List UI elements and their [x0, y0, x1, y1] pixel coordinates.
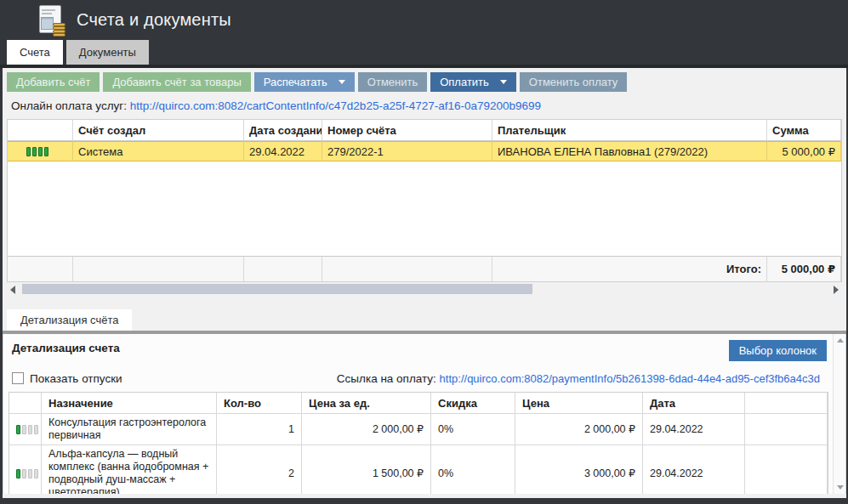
details-panel-title: Детализация счета — [12, 342, 120, 354]
payment-info-link[interactable]: http://quirco.com:8082/paymentInfo/5b261… — [440, 372, 820, 385]
tab-documents[interactable]: Документы — [66, 40, 149, 65]
column-header-amount[interactable]: Сумма — [767, 120, 841, 141]
column-header-extra[interactable] — [745, 393, 828, 414]
cell-date: 29.04.2022 — [643, 414, 745, 445]
cell-date: 29.04.2022 — [643, 445, 745, 494]
details-subrow: Показать отпуски Ссылка на оплату: http:… — [12, 370, 820, 387]
cell-payer: ИВАНОВА ЕЛЕНА Павловна1 (279/2022) — [492, 141, 767, 161]
scroll-right-icon[interactable] — [834, 286, 839, 294]
button-label: Оплатить — [440, 76, 489, 88]
total-label: Итого: — [492, 256, 767, 281]
show-vacations-label: Показать отпуски — [30, 372, 122, 385]
cart-content-link[interactable]: http://quirco.com:8082/cartContentInfo/c… — [130, 99, 541, 112]
cell-number: 279/2022-1 — [322, 141, 492, 161]
button-label: Распечатать — [264, 76, 327, 88]
add-goods-invoice-button[interactable]: Добавить счёт за товары — [103, 72, 250, 92]
column-header-creator[interactable]: Счёт создал — [73, 120, 244, 141]
table-row[interactable]: Система 29.04.2022 279/2022-1 ИВАНОВА ЕЛ… — [8, 141, 841, 161]
cell-price: 3 000,00 ₽ — [515, 445, 643, 494]
column-header-icon[interactable] — [9, 393, 42, 414]
cell-service: Альфа-капсула — водный комплекс (ванна й… — [42, 445, 217, 494]
invoices-grid-footer: Итого: 5 000,00 ₽ — [8, 256, 841, 281]
table-row[interactable]: Альфа-капсула — водный комплекс (ванна й… — [9, 445, 828, 494]
cell-qty: 1 — [217, 414, 302, 445]
titlebar: Счета и документы — [0, 0, 848, 40]
scroll-up-icon[interactable] — [837, 338, 844, 343]
scrollbar-thumb[interactable] — [22, 284, 532, 294]
choose-columns-button[interactable]: Выбор колонок — [729, 340, 827, 361]
column-header-price[interactable]: Цена — [515, 393, 643, 414]
window: Счета и документы Счета Документы Добави… — [0, 0, 848, 504]
print-button[interactable]: Распечатать — [254, 72, 355, 92]
column-header-date[interactable]: Дата — [643, 393, 745, 414]
toolbar: Добавить счёт Добавить счёт за товары Ра… — [7, 72, 846, 92]
status-bars-icon — [16, 425, 38, 434]
column-header-unit-price[interactable]: Цена за ед. — [302, 393, 431, 414]
invoice-document-icon — [37, 4, 66, 37]
column-header-number[interactable]: Номер счёта — [322, 120, 492, 141]
chevron-down-icon — [339, 80, 345, 84]
invoices-grid-header: Счёт создал Дата создания Номер счёта Пл… — [8, 120, 841, 141]
cell-unit-price: 2 000,00 ₽ — [302, 414, 431, 445]
main-tabbar: Счета Документы — [0, 40, 848, 65]
total-value: 5 000,00 ₽ — [767, 256, 841, 281]
column-header-icon[interactable] — [8, 120, 73, 141]
cell-discount: 0% — [431, 414, 515, 445]
online-payment-label: Онлайн оплата услуг: — [11, 99, 127, 112]
details-panel: Детализация счета Выбор колонок Показать… — [3, 334, 846, 494]
show-vacations-checkbox[interactable] — [12, 372, 24, 384]
column-header-qty[interactable]: Кол-во — [217, 393, 302, 414]
cancel-button[interactable]: Отменить — [358, 72, 427, 92]
cell-extra — [745, 414, 828, 445]
online-payment-line: Онлайн оплата услуг: http://quirco.com:8… — [11, 99, 846, 112]
content-area: Добавить счёт Добавить счёт за товары Ра… — [3, 68, 846, 498]
cell-unit-price: 1 500,00 ₽ — [302, 445, 431, 494]
status-bars-icon — [16, 469, 38, 479]
column-header-date[interactable]: Дата создания — [244, 120, 322, 141]
column-header-service[interactable]: Назначение — [42, 393, 217, 414]
cell-price: 2 000,00 ₽ — [515, 414, 643, 445]
column-header-payer[interactable]: Плательщик — [492, 120, 767, 141]
add-invoice-button[interactable]: Добавить счёт — [7, 72, 100, 92]
grid-empty-area — [8, 161, 841, 256]
tab-invoices[interactable]: Счета — [7, 40, 63, 65]
scroll-left-icon[interactable] — [10, 286, 15, 294]
vertical-scrollbar[interactable] — [833, 334, 845, 494]
cell-amount: 5 000,00 ₽ — [767, 141, 841, 161]
cancel-payment-button[interactable]: Отменить оплату — [520, 72, 627, 92]
cell-extra — [745, 445, 828, 494]
scroll-down-icon[interactable] — [837, 485, 844, 490]
cell-creator: Система — [73, 141, 244, 161]
invoices-grid: Счёт создал Дата создания Номер счёта Пл… — [7, 119, 842, 282]
cell-date: 29.04.2022 — [244, 141, 322, 161]
button-label: Добавить счёт — [16, 76, 90, 88]
tab-invoice-details[interactable]: Детализация счёта — [7, 309, 132, 331]
row-status-cell — [8, 141, 73, 161]
cell-discount: 0% — [431, 445, 515, 494]
details-tabbar: Детализация счёта — [7, 309, 846, 331]
page-title: Счета и документы — [77, 10, 231, 30]
table-row[interactable]: Консультация гастроэнтеролога первичная … — [9, 414, 828, 445]
status-bars-icon — [26, 147, 48, 156]
button-label: Добавить счёт за товары — [112, 76, 241, 88]
cell-service: Консультация гастроэнтеролога первичная — [42, 414, 217, 445]
horizontal-scrollbar[interactable] — [7, 282, 842, 296]
chevron-down-icon — [500, 80, 507, 84]
coins-icon — [53, 22, 66, 37]
row-status-cell — [9, 414, 42, 445]
details-grid: Назначение Кол-во Цена за ед. Скидка Цен… — [9, 392, 828, 494]
button-label: Отменить — [367, 76, 418, 88]
cell-qty: 2 — [217, 445, 302, 494]
details-grid-header: Назначение Кол-во Цена за ед. Скидка Цен… — [9, 393, 828, 414]
button-label: Отменить оплату — [529, 76, 618, 88]
pay-button[interactable]: Оплатить — [430, 72, 516, 92]
payment-link-label: Ссылка на оплату: — [337, 372, 436, 385]
column-header-discount[interactable]: Скидка — [431, 393, 515, 414]
row-status-cell — [9, 445, 42, 494]
